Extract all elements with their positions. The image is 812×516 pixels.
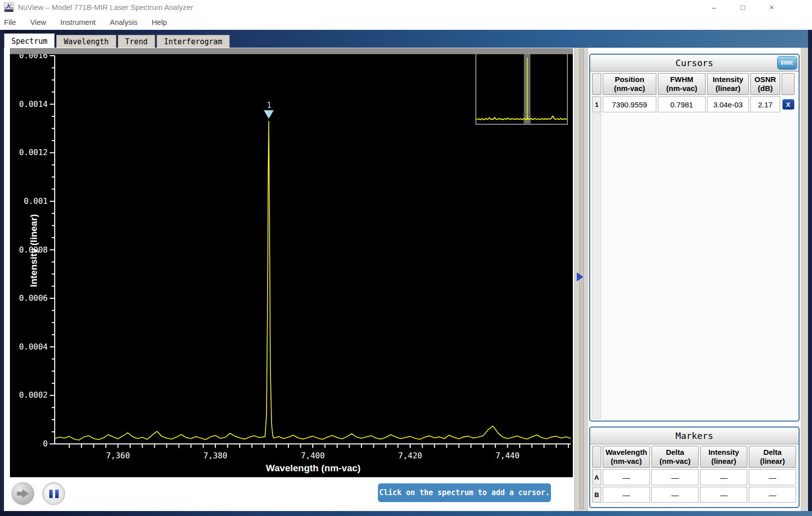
marker-b-wavelength: — [603,487,650,503]
x-axis-title: Wavelength (nm-vac) [209,463,418,474]
done-button[interactable]: DONE [777,56,797,70]
svg-text:7,440: 7,440 [496,451,520,460]
cursors-header-position: Position(nm-vac) [603,73,656,95]
overview-chart[interactable] [476,54,567,124]
cursors-panel-title: Cursors [676,58,714,68]
cursors-panel: Cursors DONE Position(nm-vac) FWHM(nm-va… [589,54,800,422]
svg-text:7,400: 7,400 [301,451,325,460]
cursors-header-fwhm: FWHM(nm-vac) [658,73,706,95]
play-button[interactable] [11,482,34,505]
cursor-position-value: 7390.9559 [603,96,656,112]
cursors-header-intensity: Intensity(linear) [707,73,749,95]
cursors-header-blank [782,73,795,95]
cursors-panel-header: Cursors DONE [590,55,799,72]
marker-row-label-a: A [592,469,601,485]
right-gutter [801,48,808,511]
window-border-left [0,30,4,516]
window-title: NuView – Model 771B-MIR Laser Spectrum A… [18,0,193,15]
markers-header-delta-linear: Delta(linear) [749,446,796,468]
cursor-intensity-value: 3.04e-03 [707,96,749,112]
cursors-header-osnr: OSNR(dB) [750,73,780,95]
svg-text:0: 0 [43,439,48,448]
title-bar: NuView – Model 771B-MIR Laser Spectrum A… [0,0,812,15]
window-border-right [808,30,812,516]
cursors-table: Position(nm-vac) FWHM(nm-vac) Intensity(… [590,72,799,112]
spectrum-overview[interactable] [475,53,568,125]
play-icon [16,489,29,499]
menu-file[interactable]: File [0,15,22,30]
markers-table: Wavelength(nm-vac) Delta(nm-vac) Intensi… [590,444,799,503]
markers-header-wavelength: Wavelength(nm-vac) [603,446,650,468]
cursor-delete-cell: X [782,96,795,112]
status-message: Click on the spectrum to add a cursor. [378,483,551,502]
window-border-bottom [0,511,812,516]
svg-text:0.0016: 0.0016 [19,54,48,60]
svg-text:7,360: 7,360 [106,451,130,460]
marker-b-intensity: — [700,487,747,503]
tab-trend[interactable]: Trend [118,35,155,48]
svg-text:0.0004: 0.0004 [19,342,48,351]
cursor-fwhm-value: 0.7981 [658,96,706,112]
svg-text:0.0002: 0.0002 [19,390,48,400]
markers-panel-title: Markers [676,430,714,441]
markers-panel-header: Markers [590,428,799,444]
markers-header-intensity: Intensity(linear) [700,446,747,468]
tab-strip: Spectrum Wavelength Trend Interferogram [0,30,812,48]
app-window: NuView – Model 771B-MIR Laser Spectrum A… [0,0,812,516]
marker-b-delta-nm: — [651,487,699,503]
markers-panel: Markers Wavelength(nm-vac) Delta(nm-vac)… [589,427,800,508]
menu-bar: File View Instrument Analysis Help [0,15,812,30]
menu-analysis[interactable]: Analysis [104,15,144,30]
menu-view[interactable]: View [24,15,52,30]
marker-a-delta-linear: — [749,469,796,485]
cursors-table-body [592,113,797,419]
marker-row-label-b: B [592,487,601,503]
close-button[interactable]: × [757,0,786,15]
cursors-header-blank [592,73,601,95]
row-number-column [592,113,601,419]
svg-text:7,380: 7,380 [203,451,227,460]
panel-expander-button[interactable] [577,272,583,281]
cursor-row-number: 1 [592,96,601,112]
svg-text:0.0012: 0.0012 [19,148,48,157]
minimize-button[interactable]: – [700,0,728,15]
svg-text:7,420: 7,420 [398,451,422,460]
marker-a-intensity: — [700,469,747,485]
cursor-osnr-value: 2.17 [750,96,780,112]
pause-icon [49,490,59,498]
menu-help[interactable]: Help [146,15,173,30]
tab-wavelength[interactable]: Wavelength [56,35,116,48]
svg-text:1: 1 [267,100,272,110]
tab-spectrum[interactable]: Spectrum [4,33,55,48]
svg-text:0.0014: 0.0014 [19,99,48,109]
marker-a-wavelength: — [603,469,650,485]
app-icon [4,2,14,12]
markers-header-delta-nm: Delta(nm-vac) [651,446,699,468]
tab-interferogram[interactable]: Interferogram [157,35,230,48]
markers-header-blank [592,446,601,468]
y-axis-title: Intensity (linear) [28,196,39,305]
panel-splitter[interactable] [574,48,588,511]
cursor-delete-button[interactable]: X [782,99,795,110]
pause-button[interactable] [42,482,65,505]
maximize-button[interactable]: □ [728,0,757,15]
menu-instrument[interactable]: Instrument [54,15,101,30]
marker-b-delta-linear: — [749,487,796,503]
marker-a-delta-nm: — [651,469,699,485]
